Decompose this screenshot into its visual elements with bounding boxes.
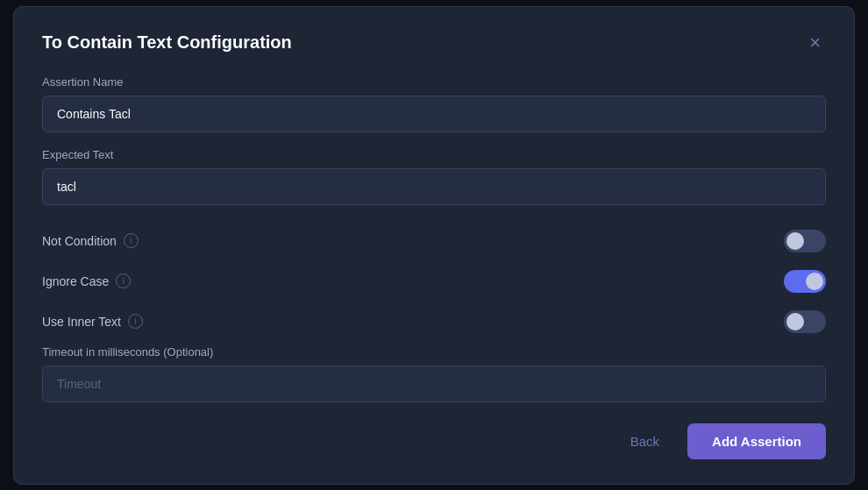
- use-inner-text-thumb: [786, 313, 804, 330]
- use-inner-text-track: [784, 310, 826, 333]
- expected-text-group: Expected Text: [42, 148, 826, 205]
- assertion-name-input[interactable]: [42, 96, 826, 132]
- timeout-label: Timeout in milliseconds (Optional): [42, 345, 826, 359]
- ignore-case-track: [784, 270, 826, 293]
- assertion-name-group: Assertion Name: [42, 75, 826, 132]
- modal-overlay: To Contain Text Configuration × Assertio…: [0, 0, 868, 490]
- use-inner-text-label-group: Use Inner Text i: [42, 314, 143, 329]
- ignore-case-thumb: [806, 273, 823, 290]
- ignore-case-label: Ignore Case: [42, 274, 109, 288]
- not-condition-thumb: [786, 232, 804, 250]
- not-condition-row: Not Condition i: [42, 221, 826, 261]
- not-condition-label: Not Condition: [42, 234, 117, 248]
- modal-title: To Contain Text Configuration: [42, 32, 292, 53]
- close-icon: ×: [809, 33, 821, 53]
- use-inner-text-info-icon[interactable]: i: [128, 314, 143, 329]
- not-condition-label-group: Not Condition i: [42, 233, 139, 248]
- ignore-case-row: Ignore Case i: [42, 261, 826, 302]
- ignore-case-info-icon[interactable]: i: [116, 273, 131, 288]
- modal-container: To Contain Text Configuration × Assertio…: [13, 6, 855, 485]
- use-inner-text-toggle[interactable]: [784, 310, 826, 333]
- timeout-input[interactable]: [42, 366, 826, 402]
- ignore-case-toggle[interactable]: [784, 270, 826, 293]
- modal-footer: Back Add Assertion: [42, 423, 826, 459]
- back-button[interactable]: Back: [616, 425, 673, 458]
- modal-header: To Contain Text Configuration ×: [42, 32, 826, 54]
- not-condition-info-icon[interactable]: i: [124, 233, 139, 248]
- use-inner-text-label: Use Inner Text: [42, 315, 121, 329]
- not-condition-toggle[interactable]: [784, 230, 826, 252]
- close-button[interactable]: ×: [804, 32, 826, 54]
- ignore-case-label-group: Ignore Case i: [42, 273, 131, 288]
- not-condition-track: [784, 230, 826, 252]
- expected-text-label: Expected Text: [42, 148, 826, 161]
- expected-text-input[interactable]: [42, 168, 826, 205]
- timeout-group: Timeout in milliseconds (Optional): [42, 345, 826, 402]
- assertion-name-label: Assertion Name: [42, 75, 826, 89]
- add-assertion-button[interactable]: Add Assertion: [687, 423, 826, 459]
- use-inner-text-row: Use Inner Text i: [42, 302, 826, 342]
